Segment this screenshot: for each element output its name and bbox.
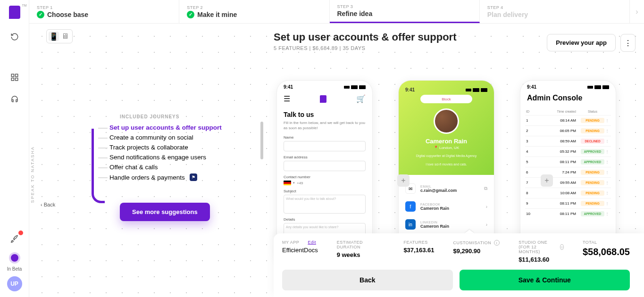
more-icon: ⋮ — [604, 170, 610, 174]
caret-up-icon[interactable] — [465, 230, 472, 233]
edit-link[interactable]: Edit — [308, 240, 316, 245]
mobile-icon[interactable]: 📱 — [49, 32, 59, 41]
step-1[interactable]: STEP 1 Choose base — [29, 0, 179, 23]
journey-item[interactable]: Offer chat & calls — [92, 164, 222, 171]
chevron-right-icon[interactable]: › — [630, 0, 644, 23]
headset-icon[interactable] — [6, 91, 23, 107]
stepper: STEP 1 Choose base STEP 2 Make it mine S… — [29, 0, 644, 24]
beta-indicator — [9, 252, 20, 264]
more-icon[interactable]: ⋮ — [620, 34, 636, 52]
more-icon: ⋮ — [604, 160, 610, 164]
journeys-panel: INCLUDED JOURNEYS Set up user accounts &… — [92, 114, 222, 221]
builder-logo[interactable] — [9, 6, 20, 19]
undo-icon[interactable] — [6, 28, 23, 45]
speak-to-natasha[interactable]: SPEAK TO NATASHA — [30, 146, 35, 203]
info-icon[interactable]: i — [494, 240, 500, 246]
more-icon: ⋮ — [604, 118, 610, 123]
user-avatar[interactable]: UP — [7, 276, 22, 291]
social-row: inLINKEDINCameron Rain› — [405, 215, 487, 233]
table-row: 709:55 AMPENDING⋮ — [525, 177, 611, 188]
journey-item[interactable]: Track projects & collaborate — [92, 144, 222, 151]
more-icon: ⋮ — [604, 139, 610, 143]
svg-rect-0 — [11, 74, 14, 76]
table-row: 508:11 PMAPPROVED⋮ — [525, 157, 611, 167]
more-icon: ⋮ — [604, 149, 610, 154]
step-3[interactable]: STEP 3 Refine idea — [330, 0, 480, 23]
step-4[interactable]: STEP 4 Plan delivery — [480, 0, 630, 23]
table-row: 206:05 PMPENDING⋮ — [525, 125, 611, 136]
menu-icon: ☰ — [284, 94, 290, 103]
journey-item[interactable]: Send notifications & engage users — [92, 154, 222, 161]
app-name: EfficientDocs — [282, 247, 318, 254]
preview-button[interactable]: Preview your app — [547, 34, 616, 51]
email-input — [284, 161, 366, 171]
features-cost: $37,163.61 — [403, 247, 434, 254]
flag-de-icon — [284, 181, 291, 185]
add-screen-button[interactable]: + — [541, 174, 553, 187]
save-continue-button[interactable]: Save & Continue — [460, 270, 630, 290]
check-icon — [37, 11, 44, 18]
cart-icon: 🛒 — [356, 94, 366, 103]
subject-input: What would you like to talk about? — [284, 195, 366, 214]
page-heading: Set up user accounts & offer support 5 F… — [274, 31, 457, 51]
name-input — [284, 141, 366, 151]
block-pill: Block — [420, 95, 472, 103]
desktop-icon[interactable]: 🖥 — [60, 32, 70, 41]
more-icon: ⋮ — [604, 191, 610, 195]
check-icon — [187, 11, 194, 18]
profile-avatar — [434, 108, 459, 134]
more-icon: ⋮ — [604, 212, 610, 216]
svg-rect-1 — [15, 74, 17, 76]
app-logo-icon — [320, 95, 326, 103]
total-cost: $58,068.05 — [583, 247, 630, 257]
device-toggle: 📱 🖥 — [46, 29, 73, 43]
journey-item[interactable]: Set up user accounts & offer support — [92, 124, 222, 131]
back-button[interactable]: Back — [282, 270, 453, 290]
scrollbar[interactable] — [260, 122, 263, 159]
customisation-cost: $9,290.90 — [453, 248, 500, 255]
table-row: 67:24 PMPENDING⋮ — [525, 167, 611, 177]
linkedin-icon: in — [405, 219, 416, 230]
table-row: 810:08 AMPENDING⋮ — [525, 188, 611, 198]
journey-item[interactable]: Create a community on social — [92, 134, 222, 141]
table-row: 308:59 AMDECLINED⋮ — [525, 136, 611, 146]
beta-label: In Beta — [7, 266, 22, 272]
table-row: 908:11 PMPENDING⋮ — [525, 198, 611, 208]
duration-value: 9 weeks — [337, 251, 366, 258]
sidebar: In Beta UP — [0, 0, 29, 297]
info-icon[interactable]: i — [560, 244, 563, 250]
journeys-title: INCLUDED JOURNEYS — [120, 114, 222, 119]
more-icon: ⋮ — [604, 129, 610, 133]
svg-rect-2 — [11, 78, 14, 81]
back-link[interactable]: ‹ Back — [41, 202, 55, 207]
footer-bar: MY APP Edit EfficientDocs ESTIMATED DURA… — [274, 233, 644, 297]
see-more-button[interactable]: See more suggestions — [120, 203, 210, 221]
journey-item[interactable]: Handle orders & payments⚑ — [92, 173, 222, 181]
table-row: 405:32 PMAPPROVED⋮ — [525, 146, 611, 157]
rocket-icon[interactable] — [6, 231, 23, 248]
step-2[interactable]: STEP 2 Make it mine — [179, 0, 329, 23]
page-meta: 5 FEATURES | $6,684.89 | 35 DAYS — [274, 45, 457, 51]
social-row: fFACEBOOKCameron Rain› — [405, 198, 487, 215]
studio-cost: $11,613.60 — [519, 256, 564, 263]
social-row: ✉EMAILc.rain@gmail.com⧉ — [405, 180, 487, 198]
more-icon: ⋮ — [604, 201, 610, 206]
table-row: 108:14 AMPENDING⋮ — [525, 115, 611, 125]
canvas: 📱 🖥 Set up user accounts & offer support… — [29, 24, 644, 297]
add-screen-button[interactable]: + — [397, 174, 410, 187]
svg-rect-3 — [15, 78, 17, 81]
apps-icon[interactable] — [6, 69, 23, 86]
flag-icon: ⚑ — [190, 173, 197, 181]
page-title: Set up user accounts & offer support — [274, 31, 457, 43]
facebook-icon: f — [405, 201, 416, 212]
table-row: 1008:11 PMAPPROVED⋮ — [525, 208, 611, 219]
more-icon: ⋮ — [604, 181, 610, 185]
